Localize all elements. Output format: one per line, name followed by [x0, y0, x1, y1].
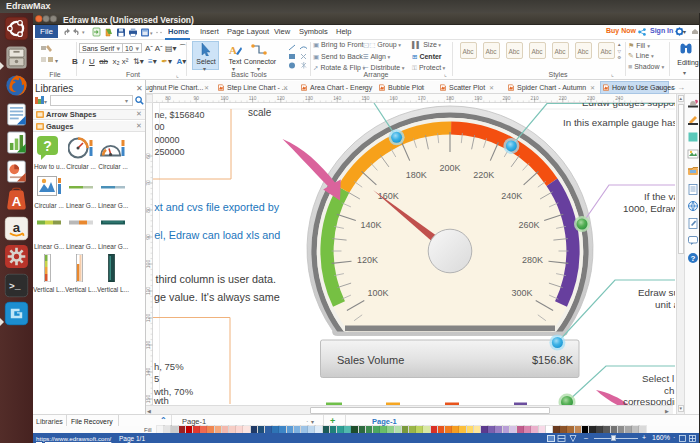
svg-text:5: 5: [154, 373, 159, 384]
svg-text:170: 170: [418, 96, 426, 101]
svg-text:120: 120: [146, 314, 151, 323]
svg-text:150: 150: [361, 96, 369, 101]
svg-text:80: 80: [165, 96, 171, 101]
svg-text:110: 110: [146, 287, 151, 295]
svg-text:240: 240: [615, 96, 623, 101]
svg-text:120K: 120K: [357, 255, 378, 265]
svg-text:▾: ▾: [82, 29, 85, 35]
svg-text:160K: 160K: [378, 191, 399, 201]
svg-text:80: 80: [146, 207, 151, 213]
svg-text:250000: 250000: [155, 147, 185, 157]
svg-text:300K: 300K: [511, 288, 532, 298]
svg-text:120: 120: [277, 96, 285, 101]
svg-text:▾: ▾: [55, 58, 58, 64]
svg-text:A: A: [229, 44, 237, 56]
svg-text:140: 140: [146, 368, 151, 377]
svg-text:220: 220: [559, 96, 567, 101]
svg-text:▾: ▾: [150, 30, 153, 36]
svg-text:00000: 00000: [155, 135, 180, 145]
svg-text:220K: 220K: [473, 170, 494, 180]
svg-text:100K: 100K: [368, 288, 389, 298]
svg-text:00: 00: [155, 122, 165, 132]
svg-text:140: 140: [333, 96, 341, 101]
svg-text:140K: 140K: [361, 220, 382, 230]
svg-text:260K: 260K: [518, 220, 539, 230]
svg-text:110: 110: [249, 96, 257, 101]
svg-text:scale: scale: [248, 107, 272, 118]
svg-text:ne, $156840: ne, $156840: [155, 110, 205, 120]
svg-text:Edraw gauges support: Edraw gauges support: [582, 103, 675, 108]
svg-text:If the va: If the va: [644, 191, 675, 202]
svg-text:Select l: Select l: [642, 373, 674, 384]
svg-text:90: 90: [146, 234, 151, 240]
svg-text:200K: 200K: [439, 163, 460, 173]
svg-text:100: 100: [146, 260, 151, 269]
svg-text:70: 70: [146, 180, 151, 186]
svg-text:A: A: [12, 194, 22, 209]
svg-text:230: 230: [587, 96, 595, 101]
svg-text:130: 130: [146, 341, 151, 350]
svg-text:correspondir: correspondir: [623, 396, 675, 405]
svg-text:Edraw su: Edraw su: [638, 287, 675, 298]
svg-text:180: 180: [446, 96, 454, 101]
svg-text:100: 100: [220, 96, 228, 101]
svg-text:$156.8K: $156.8K: [532, 354, 574, 366]
svg-text:?: ?: [691, 254, 696, 263]
svg-text:180K: 180K: [406, 170, 427, 180]
svg-text:In this example gauge has: In this example gauge has: [563, 117, 675, 128]
svg-text:190: 190: [474, 96, 482, 101]
svg-text:130: 130: [305, 96, 313, 101]
svg-text:240K: 240K: [501, 191, 522, 201]
svg-text:third column is user data.: third column is user data.: [156, 273, 277, 285]
svg-text:>_: >_: [9, 280, 21, 291]
svg-text:ch: ch: [664, 385, 674, 396]
svg-text:210: 210: [531, 96, 539, 101]
svg-text:a: a: [13, 219, 21, 234]
svg-text:xt and cvs file exported by: xt and cvs file exported by: [154, 201, 279, 213]
svg-text:200: 200: [502, 96, 510, 101]
svg-text:ge value. It's always same: ge value. It's always same: [154, 291, 280, 303]
svg-text:Sales Volume: Sales Volume: [337, 354, 404, 366]
svg-text:el, Edraw can load xls and: el, Edraw can load xls and: [154, 229, 280, 241]
svg-text:wth: wth: [153, 395, 169, 405]
svg-text:280K: 280K: [522, 255, 543, 265]
svg-text:60: 60: [146, 153, 151, 159]
svg-text:unit a: unit a: [655, 299, 675, 310]
svg-text:160: 160: [390, 96, 398, 101]
svg-text:?: ?: [43, 138, 52, 154]
svg-text:90: 90: [194, 96, 200, 101]
svg-text:1000, Edraw: 1000, Edraw: [623, 203, 675, 214]
svg-text:h, 75%: h, 75%: [154, 361, 184, 372]
svg-text:150: 150: [146, 395, 151, 404]
